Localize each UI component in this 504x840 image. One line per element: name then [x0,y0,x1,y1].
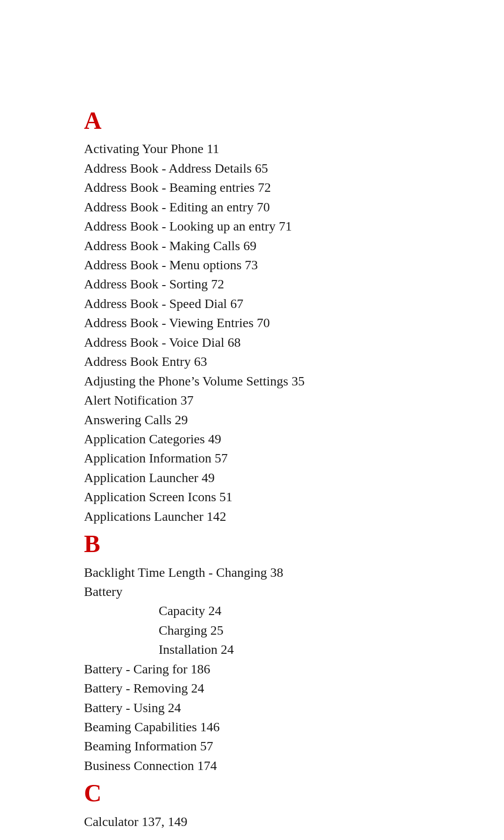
index-entry-0-7: Address Book - Sorting 72 [84,274,420,294]
page-content: AActivating Your Phone 11Address Book - … [0,0,504,840]
index-entry-0-8: Address Book - Speed Dial 67 [84,294,420,313]
index-entry-0-4: Address Book - Looking up an entry 71 [84,217,420,236]
index-entry-1-1: Battery [84,582,420,601]
index-entry-0-14: Answering Calls 29 [84,410,420,429]
index-entry-0-10: Address Book - Voice Dial 68 [84,333,420,352]
index-entry-0-6: Address Book - Menu options 73 [84,255,420,274]
index-entry-0-19: Applications Launcher 142 [84,507,420,526]
index-entry-1-7: Battery - Using 24 [84,698,420,717]
index-entry-1-9: Beaming Information 57 [84,736,420,756]
index-entry-1-2: Capacity 24 [84,601,420,620]
index-entry-0-16: Application Information 57 [84,448,420,468]
section-letter-b: B [84,530,420,559]
index-entry-1-5: Battery - Caring for 186 [84,659,420,679]
index-entry-1-8: Beaming Capabilities 146 [84,717,420,736]
index-entry-0-17: Application Launcher 49 [84,468,420,487]
index-entry-0-18: Application Screen Icons 51 [84,487,420,506]
index-entry-0-5: Address Book - Making Calls 69 [84,236,420,255]
index-entry-1-3: Charging 25 [84,621,420,640]
index-entry-0-13: Alert Notification 37 [84,391,420,410]
index-entry-1-6: Battery - Removing 24 [84,679,420,698]
index-entry-0-12: Adjusting the Phone’s Volume Settings 35 [84,371,420,391]
index-entry-0-15: Application Categories 49 [84,429,420,448]
index-entry-0-1: Address Book - Address Details 65 [84,159,420,178]
index-entry-0-0: Activating Your Phone 11 [84,139,420,158]
index-entry-2-0: Calculator 137, 149 [84,812,420,831]
index-entry-1-0: Backlight Time Length - Changing 38 [84,563,420,582]
section-letter-c: C [84,779,420,808]
index-entry-1-4: Installation 24 [84,640,420,659]
index-entry-0-2: Address Book - Beaming entries 72 [84,178,420,197]
section-letter-a: A [84,106,420,135]
index-entry-1-10: Business Connection 174 [84,756,420,775]
index-entry-0-11: Address Book Entry 63 [84,352,420,371]
index-entry-0-9: Address Book - Viewing Entries 70 [84,313,420,332]
index-entry-0-3: Address Book - Editing an entry 70 [84,197,420,217]
